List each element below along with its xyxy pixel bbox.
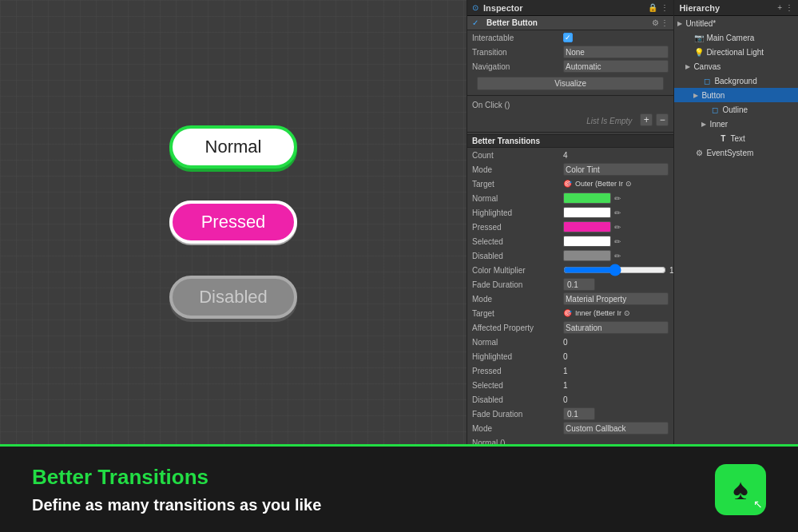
hierarchy-item-untitled[interactable]: ▶ Untitled* (674, 16, 798, 30)
selected-color-swatch[interactable] (563, 236, 611, 247)
pressed-color-row: Pressed ✏ (467, 220, 673, 234)
selected2-value: 1 (563, 381, 669, 390)
target-value: Outer (Better Ir ⊙ (575, 180, 669, 188)
color-mult-slider[interactable] (563, 265, 666, 275)
banner-subtitle: Define as many transitions as you like (32, 496, 321, 514)
hierarchy-item-outline[interactable]: ◻ Outline (674, 102, 798, 117)
component-check: ✓ (472, 18, 483, 27)
pressed2-row: Pressed 1 (467, 363, 673, 378)
divider-1 (467, 95, 673, 96)
remove-onclick-btn[interactable]: − (656, 113, 669, 126)
highlighted2-row: Highlighted 0 (467, 349, 673, 363)
banner-text: Better Transitions Define as many transi… (32, 465, 321, 514)
pressed-button[interactable]: Pressed (169, 200, 297, 244)
add-onclick-btn[interactable]: + (640, 113, 653, 126)
component-header: ✓ Better Button ⚙ ⋮ (467, 16, 673, 30)
mode-select[interactable]: Color Tint (563, 163, 669, 176)
hierarchy-item-camera[interactable]: 📷 Main Camera (674, 30, 798, 45)
inspector-controls: 🔒 ⋮ (648, 3, 669, 12)
normal-color-label: Normal (472, 194, 560, 203)
content-area: Normal Pressed Disabled ⊙ Inspector 🔒 (0, 0, 798, 444)
label-untitled: Untitled* (685, 19, 716, 28)
mode-label: Mode (472, 165, 560, 174)
hierarchy-header: Hierarchy + ⋮ (674, 0, 798, 16)
affected-row: Affected Property Saturation (467, 320, 673, 335)
highlighted-color-swatch[interactable] (563, 207, 611, 218)
better-transitions-label: Better Transitions (472, 137, 540, 145)
hierarchy-item-text[interactable]: T Text (674, 131, 798, 145)
normal-color-swatch[interactable] (563, 193, 611, 204)
bottom-banner: Better Transitions Define as many transi… (0, 444, 798, 532)
banner-title: Better Transitions (32, 465, 321, 490)
label-text: Text (730, 134, 744, 143)
component-name: Better Button (486, 18, 649, 27)
pressed-edit-icon[interactable]: ✏ (614, 223, 621, 232)
inspector-title: Inspector (483, 3, 643, 13)
fade-dur-row: Fade Duration (467, 277, 673, 292)
arrow-button: ▶ (693, 92, 700, 99)
visualize-button[interactable]: Visualize (477, 77, 664, 90)
disabled2-value: 0 (563, 395, 669, 404)
affected-select[interactable]: Saturation (563, 321, 669, 334)
inspector-header: ⊙ Inspector 🔒 ⋮ (467, 0, 673, 16)
main-container: Normal Pressed Disabled ⊙ Inspector 🔒 (0, 0, 798, 532)
disabled-button: Disabled (169, 276, 297, 319)
target2-label: Target (472, 309, 560, 318)
normal2-value: 0 (563, 338, 669, 347)
color-mult-row: Color Multiplier 1 (467, 263, 673, 277)
component-settings[interactable]: ⚙ ⋮ (652, 18, 669, 27)
mode3-select[interactable]: Custom Callback (563, 422, 669, 435)
label-button: Button (701, 91, 725, 100)
hierarchy-item-light[interactable]: 💡 Directional Light (674, 45, 798, 59)
interactable-checkbox[interactable]: ✓ (563, 33, 573, 42)
mode3-row: Mode Custom Callback (467, 421, 673, 435)
better-transitions-header: Better Transitions (467, 134, 673, 148)
hierarchy-panel: Hierarchy + ⋮ ▶ Untitled* 📷 Main Camera (674, 0, 798, 444)
onclick-controls: List Is Empty + − (467, 112, 673, 130)
hierarchy-item-button[interactable]: ▶ Button (674, 88, 798, 102)
disabled-color-swatch[interactable] (563, 250, 611, 261)
transition-select[interactable]: None (563, 46, 669, 58)
target2-row: Target 🎯 Inner (Better Ir ⊙ (467, 306, 673, 320)
highlighted-edit-icon[interactable]: ✏ (614, 208, 621, 217)
pressed-color-label: Pressed (472, 223, 560, 232)
highlighted-color-label: Highlighted (472, 208, 560, 217)
icon-camera: 📷 (693, 34, 705, 42)
color-mult-label: Color Multiplier (472, 266, 560, 275)
selected-color-label: Selected (472, 237, 560, 246)
banner-logo-container: ♠ ↖ (715, 464, 766, 515)
hierarchy-item-inner[interactable]: ▶ Inner (674, 117, 798, 131)
normal-edit-icon[interactable]: ✏ (614, 194, 621, 203)
mode-row: Mode Color Tint (467, 162, 673, 177)
interactable-label: Interactable (472, 34, 560, 42)
hierarchy-item-background[interactable]: ◻ Background (674, 73, 798, 88)
normal2-row: Normal 0 (467, 335, 673, 349)
highlighted2-label: Highlighted (472, 352, 560, 361)
pressed-color-swatch[interactable] (563, 221, 611, 232)
fade-dur2-row: Fade Duration (467, 407, 673, 421)
disabled-edit-icon[interactable]: ✏ (614, 252, 621, 260)
selected-edit-icon[interactable]: ✏ (614, 237, 621, 246)
selected-color-row: Selected ✏ (467, 234, 673, 248)
fade-dur-input[interactable] (563, 278, 595, 291)
color-mult-value: 1 (669, 266, 674, 275)
menu-icon[interactable]: ⋮ (661, 3, 669, 12)
hierarchy-menu-icon[interactable]: ⋮ (785, 3, 793, 12)
icon-eventsystem: ⚙ (693, 149, 705, 157)
onclick-label: On Click () (472, 101, 560, 109)
normal-button[interactable]: Normal (169, 125, 297, 169)
hierarchy-item-eventsystem[interactable]: ⚙ EventSystem (674, 145, 798, 160)
fade-dur2-input[interactable] (563, 407, 595, 420)
transition-label: Transition (472, 48, 560, 57)
disabled-color-row: Disabled ✏ (467, 248, 673, 263)
navigation-select[interactable]: Automatic (563, 60, 669, 73)
icon-light: 💡 (693, 48, 705, 57)
hierarchy-item-canvas[interactable]: ▶ Canvas (674, 59, 798, 73)
hierarchy-add-icon[interactable]: + (777, 3, 782, 12)
icon-background: ◻ (701, 77, 713, 85)
count-label: Count (472, 151, 560, 160)
selected2-row: Selected 1 (467, 378, 673, 392)
mode2-select[interactable]: Material Property (563, 292, 669, 305)
fade-dur-label: Fade Duration (472, 280, 560, 289)
lock-icon[interactable]: 🔒 (648, 3, 657, 12)
